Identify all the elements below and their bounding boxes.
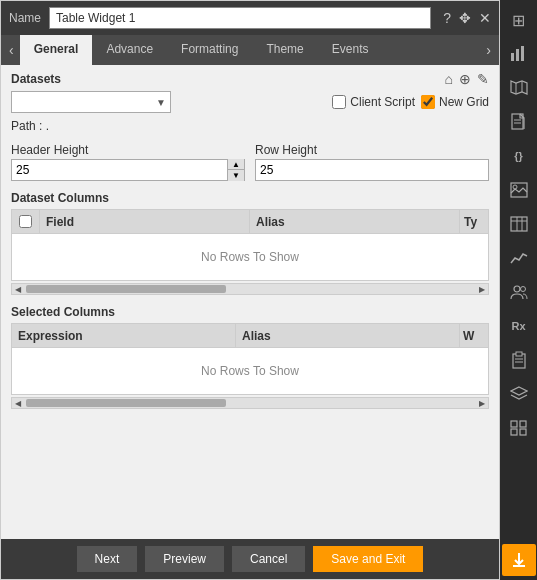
hscroll-right-arrow[interactable]: ▶ [476,285,488,294]
expression-col-header: Expression [12,324,236,347]
row-height-input[interactable] [256,160,488,180]
help-icon[interactable]: ? [443,10,451,26]
tab-advance[interactable]: Advance [92,35,167,65]
right-sidebar: ⊞ {} [500,0,537,580]
footer-bar: Next Preview Cancel Save and Exit [1,539,499,579]
header-height-input-wrap: ▲ ▼ [11,159,245,181]
sidebar-item-grid[interactable]: ⊞ [502,4,536,36]
chevron-down-icon: ▼ [156,97,166,108]
sidebar-item-clipboard[interactable] [502,344,536,376]
svg-rect-26 [520,429,526,435]
hscroll-thumb[interactable] [26,285,226,293]
save-exit-button[interactable]: Save and Exit [313,546,423,572]
datasets-dropdown[interactable]: ▼ [11,91,171,113]
type-col-header: Ty [460,210,488,233]
sidebar-item-doc[interactable] [502,106,536,138]
dataset-columns-body: No Rows To Show [12,234,488,280]
svg-rect-1 [516,49,519,61]
close-icon[interactable]: ✕ [479,10,491,26]
dataset-columns-table: Field Alias Ty No Rows To Show [11,209,489,281]
sidebar-item-rx[interactable]: Rx [502,310,536,342]
dataset-columns-header: Dataset Columns [1,185,499,209]
client-script-label: Client Script [350,95,415,109]
tab-general[interactable]: General [20,35,93,65]
new-grid-label: New Grid [439,95,489,109]
selected-alias-col-header: Alias [236,324,460,347]
datasets-label: Datasets [11,72,61,86]
header-height-down-button[interactable]: ▼ [228,170,244,181]
sidebar-download-button[interactable] [502,544,536,576]
sidebar-item-map[interactable] [502,72,536,104]
selected-hscroll-left-arrow[interactable]: ◀ [12,399,24,408]
selected-hscroll-right-arrow[interactable]: ▶ [476,399,488,408]
datasets-add-icon[interactable]: ⊕ [459,71,471,87]
next-button[interactable]: Next [77,546,138,572]
new-grid-checkbox[interactable] [421,95,435,109]
header-height-input[interactable] [12,160,227,180]
row-height-input-wrap [255,159,489,181]
hscroll-left-arrow[interactable]: ◀ [12,285,24,294]
selected-columns-table: Expression Alias W No Rows To Show [11,323,489,395]
tab-formatting[interactable]: Formatting [167,35,252,65]
svg-rect-12 [511,217,527,231]
preview-button[interactable]: Preview [145,546,224,572]
field-col-header: Field [40,210,250,233]
svg-rect-19 [516,352,522,356]
sidebar-item-chart[interactable] [502,38,536,70]
selected-columns-hscroll[interactable]: ◀ ▶ [11,397,489,409]
svg-rect-0 [511,53,514,61]
path-label: Path : [11,119,42,133]
cancel-button[interactable]: Cancel [232,546,305,572]
tabs-next-button[interactable]: › [480,35,497,65]
width-col-header: W [460,324,488,347]
svg-rect-23 [511,421,517,427]
content-area: Datasets ⌂ ⊕ ✎ ▼ Client Script New Grid [1,65,499,539]
datasets-edit-icon[interactable]: ✎ [477,71,489,87]
tabs-prev-button[interactable]: ‹ [3,35,20,65]
header-height-up-button[interactable]: ▲ [228,159,244,170]
tab-events[interactable]: Events [318,35,383,65]
tab-theme[interactable]: Theme [252,35,317,65]
sidebar-item-image[interactable] [502,174,536,206]
sidebar-item-grid2[interactable] [502,412,536,444]
selected-columns-header: Selected Columns [1,299,499,323]
client-script-checkbox[interactable] [332,95,346,109]
alias-col-header: Alias [250,210,460,233]
datasets-home-icon[interactable]: ⌂ [445,71,453,87]
row-height-label: Row Height [255,143,489,157]
sidebar-item-table[interactable] [502,208,536,240]
svg-rect-24 [520,421,526,427]
selected-hscroll-thumb[interactable] [26,399,226,407]
dataset-columns-hscroll[interactable]: ◀ ▶ [11,283,489,295]
title-bar: Name ? ✥ ✕ [1,1,499,35]
header-height-label: Header Height [11,143,245,157]
svg-rect-6 [512,114,523,129]
sidebar-item-linechart[interactable] [502,242,536,274]
dataset-columns-no-rows: No Rows To Show [12,234,488,280]
selected-columns-no-rows: No Rows To Show [12,348,488,394]
svg-rect-2 [521,46,524,61]
sidebar-item-layers[interactable] [502,378,536,410]
sidebar-item-code[interactable]: {} [502,140,536,172]
tabs-bar: ‹ General Advance Formatting Theme Event… [1,35,499,65]
select-all-checkbox[interactable] [19,215,32,228]
name-label: Name [9,11,41,25]
svg-point-17 [520,287,525,292]
svg-rect-25 [511,429,517,435]
move-icon[interactable]: ✥ [459,10,471,26]
path-value: . [46,119,49,133]
sidebar-item-users[interactable] [502,276,536,308]
widget-name-input[interactable] [49,7,431,29]
svg-marker-3 [511,81,527,94]
selected-columns-body: No Rows To Show [12,348,488,394]
svg-point-16 [514,286,520,292]
svg-marker-22 [511,387,527,395]
